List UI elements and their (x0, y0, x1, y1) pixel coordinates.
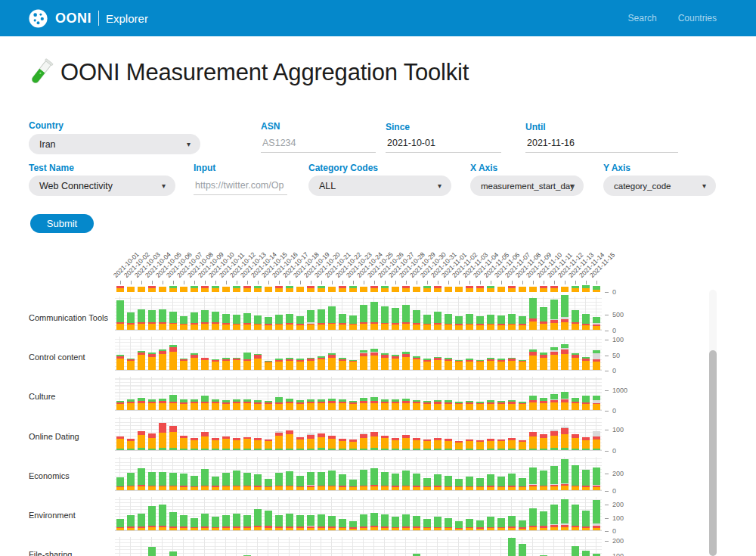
stacked-bar[interactable] (540, 511, 547, 530)
stacked-bar[interactable] (318, 472, 325, 490)
stacked-bar[interactable] (116, 300, 124, 330)
stacked-bar[interactable] (445, 476, 452, 490)
stacked-bar[interactable] (572, 434, 579, 450)
stacked-bar[interactable] (445, 439, 452, 450)
stacked-bar[interactable] (497, 315, 505, 330)
stacked-bar[interactable] (265, 479, 272, 490)
stacked-bar[interactable] (455, 360, 463, 370)
stacked-bar[interactable] (487, 286, 494, 292)
stacked-bar[interactable] (243, 515, 251, 530)
submit-button[interactable]: Submit (30, 214, 94, 233)
stacked-bar[interactable] (561, 499, 569, 530)
stacked-bar[interactable] (328, 516, 336, 530)
stacked-bar[interactable] (328, 287, 336, 292)
stacked-bar[interactable] (402, 471, 410, 490)
stacked-bar[interactable] (370, 302, 378, 330)
stacked-bar[interactable] (572, 465, 579, 490)
stacked-bar[interactable] (318, 309, 325, 330)
stacked-bar[interactable] (243, 437, 251, 450)
stacked-bar[interactable] (265, 440, 272, 450)
stacked-bar[interactable] (593, 350, 600, 370)
stacked-bar[interactable] (286, 358, 293, 370)
stacked-bar[interactable] (392, 308, 399, 330)
stacked-bar[interactable] (169, 512, 177, 530)
stacked-bar[interactable] (148, 399, 156, 410)
stacked-bar[interactable] (392, 399, 399, 410)
stacked-bar[interactable] (423, 359, 431, 370)
stacked-bar[interactable] (434, 312, 442, 330)
stacked-bar[interactable] (233, 399, 240, 410)
stacked-bar[interactable] (127, 359, 135, 370)
stacked-bar[interactable] (455, 479, 463, 490)
stacked-bar[interactable] (540, 471, 547, 490)
stacked-bar[interactable] (339, 474, 346, 490)
stacked-bar[interactable] (116, 477, 124, 490)
stacked-bar[interactable] (561, 459, 569, 490)
stacked-bar[interactable] (561, 427, 569, 450)
stacked-bar[interactable] (360, 287, 367, 292)
stacked-bar[interactable] (413, 310, 420, 330)
stacked-bar[interactable] (127, 399, 135, 410)
stacked-bar[interactable] (476, 520, 484, 530)
stacked-bar[interactable] (138, 431, 145, 450)
stacked-bar[interactable] (519, 360, 526, 370)
stacked-bar[interactable] (349, 401, 357, 410)
stacked-bar[interactable] (402, 286, 410, 292)
stacked-bar[interactable] (529, 298, 537, 330)
stacked-bar[interactable] (180, 515, 187, 530)
stacked-bar[interactable] (519, 316, 526, 330)
stacked-bar[interactable] (191, 399, 198, 410)
stacked-bar[interactable] (307, 472, 314, 490)
stacked-bar[interactable] (180, 316, 187, 330)
stacked-bar[interactable] (582, 551, 590, 556)
stacked-bar[interactable] (286, 399, 293, 410)
stacked-bar[interactable] (413, 287, 420, 292)
stacked-bar[interactable] (593, 467, 600, 490)
stacked-bar[interactable] (550, 300, 558, 330)
stacked-bar[interactable] (487, 358, 494, 370)
y-axis-select[interactable]: category_code ▾ (603, 175, 716, 196)
stacked-bar[interactable] (233, 471, 240, 490)
stacked-bar[interactable] (328, 471, 336, 490)
stacked-bar[interactable] (540, 307, 547, 330)
stacked-bar[interactable] (265, 401, 272, 410)
stacked-bar[interactable] (222, 400, 230, 410)
stacked-bar[interactable] (423, 401, 431, 410)
stacked-bar[interactable] (254, 438, 262, 450)
stacked-bar[interactable] (476, 402, 484, 410)
stacked-bar[interactable] (381, 286, 389, 292)
stacked-bar[interactable] (381, 306, 389, 330)
stacked-bar[interactable] (328, 353, 336, 370)
stacked-bar[interactable] (550, 286, 558, 292)
stacked-bar[interactable] (466, 519, 473, 530)
country-select[interactable]: Iran ▾ (29, 134, 200, 154)
stacked-bar[interactable] (519, 478, 526, 490)
stacked-bar[interactable] (296, 515, 304, 530)
stacked-bar[interactable] (138, 351, 145, 370)
stacked-bar[interactable] (572, 505, 579, 530)
stacked-bar[interactable] (529, 432, 537, 450)
stacked-bar[interactable] (318, 514, 325, 530)
stacked-bar[interactable] (381, 399, 389, 410)
stacked-bar[interactable] (233, 286, 240, 292)
stacked-bar[interactable] (307, 286, 314, 292)
stacked-bar[interactable] (519, 287, 526, 292)
stacked-bar[interactable] (339, 358, 346, 370)
stacked-bar[interactable] (413, 474, 420, 490)
stacked-bar[interactable] (434, 400, 442, 410)
stacked-bar[interactable] (222, 287, 230, 292)
stacked-bar[interactable] (201, 514, 209, 530)
stacked-bar[interactable] (265, 511, 272, 530)
stacked-bar[interactable] (381, 353, 389, 370)
stacked-bar[interactable] (508, 286, 516, 292)
stacked-bar[interactable] (275, 473, 283, 490)
stacked-bar[interactable] (286, 314, 293, 330)
stacked-bar[interactable] (127, 439, 135, 450)
stacked-bar[interactable] (529, 508, 537, 530)
stacked-bar[interactable] (275, 397, 283, 410)
stacked-bar[interactable] (519, 544, 526, 556)
stacked-bar[interactable] (169, 426, 177, 450)
stacked-bar[interactable] (180, 399, 187, 410)
stacked-bar[interactable] (370, 432, 378, 450)
stacked-bar[interactable] (392, 438, 399, 450)
